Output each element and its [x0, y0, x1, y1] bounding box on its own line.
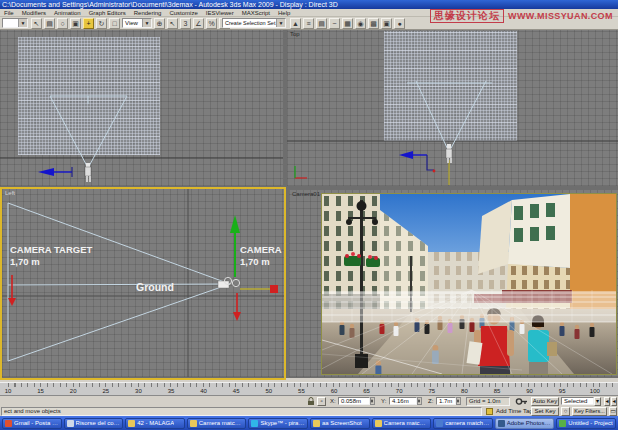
use-pivot-icon[interactable]: ⊕ — [154, 18, 165, 29]
angle-snap-icon[interactable]: ∠ — [193, 18, 204, 29]
menu-maxscript[interactable]: MAXScript — [238, 9, 274, 17]
select-and-manipulate-icon[interactable]: ↖ — [167, 18, 178, 29]
viewport-camera01[interactable]: Camera01 — [289, 190, 618, 377]
viewport-top-label[interactable]: Top — [290, 31, 300, 37]
menu-help[interactable]: Help — [274, 9, 294, 17]
y-spinner[interactable] — [417, 397, 422, 405]
selection-region-circle-icon[interactable]: ○ — [57, 18, 68, 29]
track-bar[interactable]: 101520253035404550556065707580859095100 — [0, 382, 618, 396]
chevron-down-icon: ▼ — [276, 19, 285, 27]
align-icon[interactable]: ≡ — [303, 18, 314, 29]
z-coordinate-field[interactable]: 1.7m — [436, 397, 456, 405]
viewport-left-overlay: CAMERA TARGET 1,70 m CAMERA 1,70 m Groun… — [2, 189, 284, 377]
window-resize-icon[interactable]: ▭ — [609, 407, 617, 416]
frame-tick-45: 45 — [233, 388, 240, 394]
3dsmax-window: C:\Documents and Settings\Administrator\… — [0, 0, 618, 430]
taskbar-item-adobe-photoshop-cs3[interactable]: Adobe Photoshop CS3 — [495, 418, 555, 429]
layer-manager-icon[interactable]: ▤ — [316, 18, 327, 29]
watermark-url-text: WWW.MISSYUAN.COM — [508, 11, 613, 21]
select-and-scale-icon[interactable]: □ — [109, 18, 120, 29]
material-editor-icon[interactable]: ◉ — [355, 18, 366, 29]
grid-setting: Grid = 1.0m — [466, 397, 510, 406]
select-by-name-icon[interactable]: ▤ — [44, 18, 55, 29]
window-title: C:\Documents and Settings\Administrator\… — [2, 1, 338, 8]
y-coordinate-field[interactable]: 4.16m — [389, 397, 417, 405]
select-and-rotate-icon[interactable]: ↻ — [96, 18, 107, 29]
selection-lock-icon[interactable] — [307, 397, 315, 406]
set-keys-icon[interactable] — [515, 397, 528, 406]
frame-tick-15: 15 — [37, 388, 44, 394]
camera-label: CAMERA — [240, 244, 282, 255]
taskbar-item-risorse-del-computer[interactable]: Risorse del computer — [64, 418, 124, 429]
go-to-start-icon[interactable]: ◂ — [604, 397, 610, 406]
previous-frame-icon[interactable]: ◂ — [611, 397, 617, 406]
taskbar-item-label: Gmail - Posta priorita... — [14, 420, 59, 426]
status-row-coords: ▫ X: 0.058m Y: 4.16m Z: 1.7m Grid = 1.0m… — [0, 396, 618, 407]
folder-icon — [128, 420, 135, 427]
computer-icon — [67, 420, 74, 427]
frame-tick-80: 80 — [461, 388, 468, 394]
reference-coordinate-dropdown[interactable]: View▼ — [122, 18, 152, 28]
viewport-left[interactable]: Left — [2, 189, 284, 377]
key-filter-icon[interactable]: ○ — [561, 407, 570, 416]
taskbar-item-untitled-project[interactable]: Untitled - Project — [556, 418, 616, 429]
frame-tick-75: 75 — [428, 388, 435, 394]
taskbar-item-camera-match-gue[interactable]: Camera match - gue... — [372, 418, 432, 429]
watermark-forum-text: 思缘设计论坛 — [430, 9, 504, 23]
skype-icon — [251, 420, 258, 427]
x-coordinate-field[interactable]: 0.058m — [338, 397, 370, 405]
rendered-frame-icon[interactable]: ▣ — [381, 18, 392, 29]
quick-render-icon[interactable]: ● — [394, 18, 405, 29]
viewport-camera-label[interactable]: Camera01 — [292, 191, 320, 197]
taskbar-item-skype-piratazzurro[interactable]: Skype™ - piratazzurro — [248, 418, 308, 429]
menu-customize[interactable]: Customize — [165, 9, 201, 17]
menu-animation[interactable]: Animation — [50, 9, 85, 17]
key-mode-dropdown[interactable]: Selected — [561, 397, 594, 405]
render-setup-icon[interactable]: ▩ — [368, 18, 379, 29]
x-spinner[interactable] — [370, 397, 375, 405]
ground-label: Ground — [136, 281, 174, 293]
menu-graph-editors[interactable]: Graph Editors — [85, 9, 130, 17]
frame-tick-20: 20 — [70, 388, 77, 394]
street-photo — [322, 194, 616, 374]
frame-tick-55: 55 — [298, 388, 305, 394]
percent-snap-icon[interactable]: % — [206, 18, 217, 29]
viewport-top[interactable]: Top — [287, 30, 618, 186]
window-crossing-icon[interactable]: ▣ — [70, 18, 81, 29]
camera-icon — [85, 163, 91, 182]
key-filters-button[interactable]: Key Filters... — [572, 407, 607, 416]
chevron-down-icon[interactable]: ▾ — [594, 397, 601, 406]
taskbar-item-camera-match-gue[interactable]: Camera match - gue... — [187, 418, 247, 429]
snap-toggle-icon[interactable]: 3 — [180, 18, 191, 29]
taskbar-item-aa-screenshot[interactable]: aa ScreenShot — [310, 418, 370, 429]
browser-icon — [5, 420, 12, 427]
auto-key-button[interactable]: Auto Key — [531, 397, 559, 406]
viewport-front[interactable] — [0, 30, 283, 186]
viewport-left-label[interactable]: Left — [5, 190, 15, 196]
select-and-move-icon[interactable]: + — [83, 18, 94, 29]
camera-icon — [218, 277, 240, 288]
taskbar-item-gmail-posta-priorita[interactable]: Gmail - Posta priorita... — [2, 418, 62, 429]
taskbar-item-camera-match-gue[interactable]: camera match - gue... — [433, 418, 493, 429]
frame-tick-70: 70 — [396, 388, 403, 394]
z-spinner[interactable] — [456, 397, 461, 405]
mirror-icon[interactable]: ▲ — [290, 18, 301, 29]
frame-tick-30: 30 — [135, 388, 142, 394]
menu-file[interactable]: File — [0, 9, 18, 17]
menu-iesviewer[interactable]: IESViewer — [202, 9, 238, 17]
watermark: 思缘设计论坛 WWW.MISSYUAN.COM — [430, 9, 613, 23]
taskbar-item-42-malaga[interactable]: 42 - MALAGA — [125, 418, 185, 429]
menu-modifiers[interactable]: Modifiers — [18, 9, 50, 17]
schematic-view-icon[interactable]: ▦ — [342, 18, 353, 29]
curve-editor-icon[interactable]: ~ — [329, 18, 340, 29]
select-object-icon[interactable]: ↖ — [31, 18, 42, 29]
menu-rendering[interactable]: Rendering — [130, 9, 166, 17]
axis-tripod-icon — [295, 166, 307, 178]
set-key-button[interactable]: Set Key — [531, 407, 559, 416]
absolute-mode-toggle[interactable]: ▫ — [317, 397, 326, 406]
prompt-line: ect and move objects — [1, 407, 482, 416]
undo-dropdown[interactable]: ▼ — [2, 18, 28, 28]
selection-set-dropdown[interactable]: Create Selection Set▼ — [222, 18, 286, 28]
frame-tick-25: 25 — [102, 388, 109, 394]
add-time-tag[interactable]: Add Time Tag — [496, 408, 533, 414]
